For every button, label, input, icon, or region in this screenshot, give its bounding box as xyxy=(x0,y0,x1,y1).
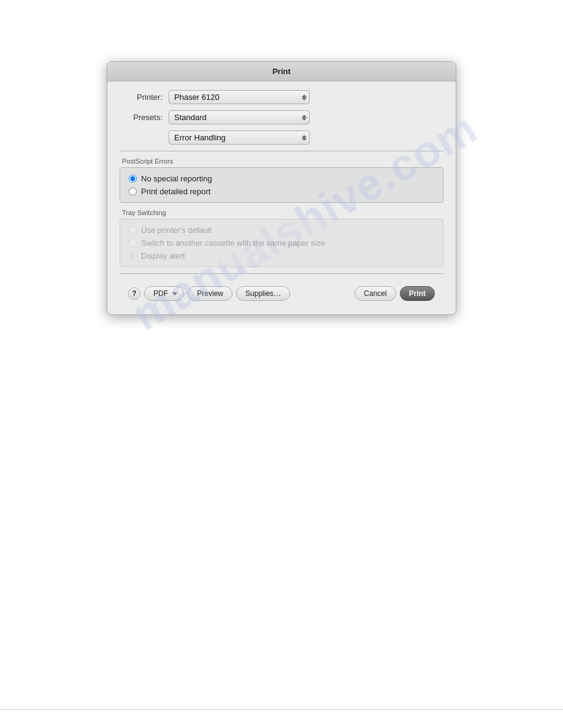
presets-select[interactable]: Standard xyxy=(169,110,310,124)
panel-select-wrapper: Error Handling xyxy=(169,131,310,145)
presets-label: Presets: xyxy=(120,113,163,122)
postscript-errors-label: PostScript Errors xyxy=(120,157,443,165)
radio-print-detailed[interactable] xyxy=(129,188,137,195)
radio-print-detailed-item: Print detailed report xyxy=(129,187,434,196)
presets-row: Presets: Standard xyxy=(120,110,443,124)
radio-display-alert-label: Display alert xyxy=(141,251,185,260)
tray-switching-group: Use printer's default Switch to another … xyxy=(120,219,443,267)
pdf-label: PDF xyxy=(153,289,168,298)
radio-print-detailed-label: Print detailed report xyxy=(141,187,210,196)
presets-select-wrapper: Standard xyxy=(169,110,310,124)
radio-display-alert[interactable] xyxy=(129,252,137,260)
radio-no-special-label: No special reporting xyxy=(141,174,212,183)
radio-printer-default-item: Use printer's default xyxy=(129,226,434,235)
print-dialog: Print Printer: Phaser 6120 Presets: Stan… xyxy=(107,61,456,315)
postscript-errors-group: No special reporting Print detailed repo… xyxy=(120,167,443,203)
dialog-titlebar: Print xyxy=(107,62,456,82)
printer-select[interactable]: Phaser 6120 xyxy=(169,90,310,104)
radio-no-special-item: No special reporting xyxy=(129,174,434,183)
printer-select-wrapper: Phaser 6120 xyxy=(169,90,310,104)
print-button[interactable]: Print xyxy=(400,286,435,301)
printer-label: Printer: xyxy=(120,93,163,102)
pdf-dropdown-arrow-icon xyxy=(172,292,177,295)
printer-row: Printer: Phaser 6120 xyxy=(120,90,443,104)
radio-switch-cassette-label: Switch to another cassette with the same… xyxy=(141,238,325,248)
tray-switching-label: Tray Switching xyxy=(120,209,443,216)
help-button[interactable]: ? xyxy=(128,287,140,300)
dialog-footer: ? PDF Preview Supplies… Cancel Print xyxy=(120,280,443,308)
radio-switch-cassette-item: Switch to another cassette with the same… xyxy=(129,238,434,248)
radio-display-alert-item: Display alert xyxy=(129,251,434,260)
dialog-title: Print xyxy=(272,67,291,76)
panel-row: Error Handling xyxy=(120,131,443,145)
separator-bottom xyxy=(120,273,443,274)
separator-top xyxy=(120,151,443,151)
radio-printer-default-label: Use printer's default xyxy=(141,226,212,235)
panel-select[interactable]: Error Handling xyxy=(169,131,310,145)
pdf-button[interactable]: PDF xyxy=(144,286,184,301)
dialog-content: Printer: Phaser 6120 Presets: Standard xyxy=(107,82,456,314)
cancel-button[interactable]: Cancel xyxy=(354,286,396,301)
supplies-button[interactable]: Supplies… xyxy=(236,286,290,301)
radio-printer-default[interactable] xyxy=(129,226,137,234)
preview-button[interactable]: Preview xyxy=(188,286,232,301)
radio-switch-cassette[interactable] xyxy=(129,239,137,247)
page-footer-line xyxy=(0,709,563,710)
radio-no-special[interactable] xyxy=(129,175,137,183)
